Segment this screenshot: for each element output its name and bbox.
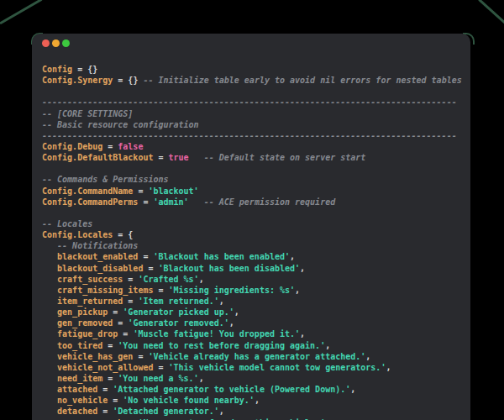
- code-token: 'Vehicle already has a generator attache…: [148, 352, 365, 361]
- code-token: item_returned: [57, 297, 123, 306]
- code-token: need_item: [57, 374, 102, 383]
- code-line: detached = 'Detached generator.',: [42, 406, 467, 417]
- close-button[interactable]: [42, 39, 50, 47]
- code-token: =: [102, 341, 118, 350]
- code-token: 'Missing ingredients: %s': [169, 286, 296, 295]
- code-line: Config = {}: [42, 64, 467, 75]
- code-token: [42, 241, 57, 250]
- code-token: Config.CommandPerms: [42, 197, 138, 207]
- code-token: {: [128, 230, 133, 239]
- code-token: -- Notifications: [57, 241, 138, 250]
- code-line: -- [CORE SETTINGS]: [42, 108, 467, 119]
- code-token: attached: [57, 385, 97, 394]
- code-line: -- Locales: [42, 218, 467, 229]
- code-token: ,: [234, 307, 239, 317]
- code-token: [42, 407, 57, 416]
- code-token: ,: [219, 407, 224, 416]
- code-token: ,: [290, 252, 295, 261]
- code-token: detached: [57, 407, 97, 416]
- code-window: Config = {}Config.Synergy = {} -- Initia…: [32, 34, 470, 420]
- code-token: =: [123, 275, 138, 284]
- minimize-button[interactable]: [52, 39, 60, 47]
- code-line: attached = 'Attached generator to vehicl…: [42, 384, 467, 395]
- code-token: [42, 318, 57, 328]
- code-token: 'Blackout has been disabled': [158, 264, 300, 273]
- code-token: [42, 297, 57, 306]
- code-token: {}: [128, 76, 138, 85]
- code-line: ----------------------------------------…: [42, 130, 467, 141]
- code-token: ,: [300, 329, 305, 339]
- code-token: ,: [219, 297, 224, 306]
- code-token: ,: [300, 264, 305, 273]
- code-token: 'This vehicle model cannot tow generator…: [169, 363, 386, 372]
- code-token: -- Default state on server start: [189, 153, 366, 162]
- code-token: [42, 275, 57, 284]
- code-token: ,: [350, 385, 355, 394]
- code-token: [42, 341, 57, 350]
- code-token: false: [118, 142, 143, 151]
- code-token: =: [118, 329, 133, 339]
- code-token: =: [153, 153, 168, 162]
- code-token: =: [113, 76, 128, 85]
- code-token: Config.DefaultBlackout: [42, 153, 153, 162]
- code-token: 'You need to rest before dragging again.…: [118, 341, 325, 350]
- maximize-button[interactable]: [62, 39, 70, 47]
- code-line: Config.CommandPerms = 'admin' -- ACE per…: [42, 197, 467, 207]
- code-token: =: [138, 252, 153, 261]
- code-token: Config.CommandName: [42, 186, 133, 196]
- code-token: fatigue_drop: [57, 329, 118, 339]
- code-token: [42, 307, 57, 317]
- code-token: =: [72, 65, 87, 74]
- code-token: ----------------------------------------…: [42, 131, 457, 140]
- code-token: gen_pickup: [57, 307, 108, 317]
- code-line: Config.Debug = false: [42, 141, 467, 152]
- code-token: =: [113, 318, 128, 328]
- code-token: too_tired: [57, 341, 102, 350]
- window-titlebar: [32, 34, 470, 52]
- code-token: ,: [255, 396, 260, 405]
- code-token: =: [133, 352, 148, 361]
- code-token: 'Blackout has been enabled': [153, 252, 290, 261]
- code-token: vehicle_not_allowed: [57, 363, 153, 372]
- code-token: 'Attached generator to vehicle (Powered …: [113, 385, 350, 394]
- code-line: fatigue_drop = 'Muscle fatigue! You drop…: [42, 328, 467, 339]
- code-line: [42, 86, 467, 97]
- code-editor: Config = {}Config.Synergy = {} -- Initia…: [42, 64, 467, 420]
- code-token: 'No vehicle found nearby.': [123, 396, 255, 405]
- code-token: Config.Debug: [42, 142, 102, 151]
- code-token: =: [123, 297, 138, 306]
- code-token: -- [CORE SETTINGS]: [42, 109, 133, 118]
- code-token: [42, 264, 57, 273]
- code-token: 'You need a %s.': [118, 374, 198, 383]
- code-token: 'Detached generator.': [113, 407, 218, 416]
- code-token: [42, 286, 57, 295]
- code-token: -- Commands & Permissions: [42, 175, 169, 184]
- code-token: ,: [199, 275, 204, 284]
- code-line: -- Basic resource configuration: [42, 119, 467, 130]
- code-line: need_item = 'You need a %s.',: [42, 373, 467, 384]
- code-line: Config.DefaultBlackout = true -- Default…: [42, 152, 467, 163]
- code-token: [42, 363, 57, 372]
- code-token: 'Item returned.': [138, 297, 218, 306]
- code-line: no_vehicle = 'No vehicle found nearby.',: [42, 395, 467, 406]
- code-line: too_tired = 'You need to rest before dra…: [42, 340, 467, 351]
- code-line: craft_missing_items = 'Missing ingredien…: [42, 285, 467, 296]
- code-token: =: [97, 407, 113, 416]
- code-token: =: [102, 374, 118, 383]
- code-token: ----------------------------------------…: [42, 97, 457, 107]
- code-token: =: [143, 264, 158, 273]
- code-token: ,: [325, 341, 330, 350]
- code-line: Config.CommandName = 'blackout': [42, 186, 467, 197]
- code-line: blackout_disabled = 'Blackout has been d…: [42, 263, 467, 274]
- background-accent-line-right: [478, 0, 504, 26]
- code-token: craft_success: [57, 275, 123, 284]
- code-line: blackout_enabled = 'Blackout has been en…: [42, 251, 467, 262]
- code-token: -- Basic resource configuration: [42, 120, 199, 129]
- code-token: gen_removed: [57, 318, 113, 328]
- code-token: =: [97, 385, 113, 394]
- code-line: -- Commands & Permissions: [42, 174, 467, 185]
- code-line: item_returned = 'Item returned.',: [42, 296, 467, 307]
- code-line: gen_pickup = 'Generator picked up.',: [42, 307, 467, 318]
- code-token: [42, 329, 57, 339]
- code-token: blackout_enabled: [57, 252, 138, 261]
